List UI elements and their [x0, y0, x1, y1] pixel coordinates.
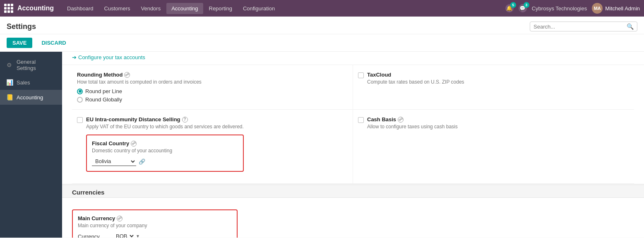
navbar-right: 🔔 5 💬 3 Cybrosys Technologies MA Mitchel…	[505, 3, 640, 14]
message-count: 3	[524, 2, 529, 8]
chart-icon: 📊	[6, 79, 13, 86]
currency-row: Currency BOB USD EUR ▼	[78, 232, 232, 238]
user-menu[interactable]: MA Mitchell Admin	[592, 3, 640, 14]
navbar: Accounting Dashboard Customers Vendors A…	[0, 0, 644, 17]
settings-header: Settings 🔍	[0, 17, 644, 34]
currencies-section-title: Currencies	[72, 189, 104, 196]
round-per-line-radio[interactable]	[77, 89, 83, 94]
action-bar: SAVE DISCARD	[0, 34, 644, 52]
nav-dashboard[interactable]: Dashboard	[62, 3, 99, 14]
round-globally-radio[interactable]	[77, 97, 83, 103]
sidebar-label-sales: Sales	[17, 79, 30, 86]
message-bubble[interactable]: 💬 3	[519, 4, 527, 12]
user-name: Mitchell Admin	[605, 5, 640, 12]
main-currency-label: Main Currency ☍	[78, 215, 232, 221]
main-currency-info-icon[interactable]: ☍	[117, 216, 123, 221]
cash-basis-label: Cash Basis ☍	[367, 116, 458, 123]
rounding-info-icon[interactable]: ☍	[124, 72, 130, 78]
nav-reporting[interactable]: Reporting	[204, 3, 237, 14]
fiscal-country-select[interactable]: Bolivia United States Germany	[92, 157, 136, 166]
round-globally-label: Round Globally	[85, 96, 122, 103]
taxcloud-label: TaxCloud	[367, 72, 464, 78]
eu-intra-label: EU Intra-community Distance Selling ?	[86, 116, 244, 123]
book-icon: 📒	[6, 94, 13, 101]
eu-intra-cell: EU Intra-community Distance Selling ? Ap…	[72, 110, 353, 184]
rounding-method-cell: Rounding Method ☍ How total tax amount i…	[72, 65, 353, 110]
cash-basis-checkbox[interactable]	[358, 117, 364, 123]
navbar-menu: Dashboard Customers Vendors Accounting R…	[62, 3, 505, 14]
rounding-method-desc: How total tax amount is computed in orde…	[77, 79, 348, 85]
settings-grid: Rounding Method ☍ How total tax amount i…	[62, 65, 644, 184]
sidebar-item-general[interactable]: ⚙ General Settings	[0, 55, 62, 75]
main-currency-desc: Main currency of your company	[78, 223, 232, 228]
nav-configuration[interactable]: Configuration	[238, 3, 280, 14]
sidebar-item-sales[interactable]: 📊 Sales	[0, 75, 62, 90]
taxcloud-cell: TaxCloud Compute tax rates based on U.S.…	[353, 65, 634, 110]
fiscal-select-wrap: Bolivia United States Germany 🔗	[92, 157, 238, 166]
fiscal-external-link-icon[interactable]: 🔗	[139, 159, 145, 165]
eu-intra-content: EU Intra-community Distance Selling ? Ap…	[86, 116, 244, 177]
notification-count: 5	[510, 2, 516, 8]
arrow-right-icon: ➔	[72, 54, 77, 60]
taxcloud-desc: Compute tax rates based on U.S. ZIP code…	[367, 79, 464, 85]
search-bar[interactable]: 🔍	[530, 22, 637, 31]
sidebar-item-accounting[interactable]: 📒 Accounting	[0, 90, 62, 105]
rounding-method-label: Rounding Method ☍	[77, 72, 348, 78]
grid-menu-icon[interactable]	[4, 4, 13, 13]
rounding-radio-group: Round per Line Round Globally	[77, 88, 348, 103]
currencies-content: Main Currency ☍ Main currency of your co…	[62, 198, 644, 238]
cash-basis-content: Cash Basis ☍ Allow to configure taxes us…	[367, 116, 458, 133]
round-per-line-label: Round per Line	[85, 88, 122, 94]
round-per-line-option[interactable]: Round per Line	[77, 88, 348, 94]
taxcloud-checkbox[interactable]	[358, 72, 364, 78]
round-globally-option[interactable]: Round Globally	[77, 96, 348, 103]
content-area: ➔ Configure your tax accounts Rounding M…	[62, 52, 644, 238]
eu-intra-info-icon[interactable]: ?	[182, 117, 188, 123]
currency-field-label: Currency	[78, 233, 107, 238]
save-button[interactable]: SAVE	[7, 38, 32, 48]
taxcloud-content: TaxCloud Compute tax rates based on U.S.…	[367, 72, 464, 88]
search-icon: 🔍	[627, 23, 634, 30]
app-name: Accounting	[17, 5, 54, 12]
currency-select[interactable]: BOB USD EUR	[113, 232, 135, 238]
fiscal-country-label: Fiscal Country ☍	[92, 140, 238, 147]
page-title: Settings	[7, 22, 36, 31]
fiscal-country-desc: Domestic country of your accounting	[92, 148, 238, 154]
currency-chevron-icon: ▼	[136, 234, 140, 238]
sidebar-label-general: General Settings	[17, 59, 56, 71]
cash-basis-cell: Cash Basis ☍ Allow to configure taxes us…	[353, 110, 634, 184]
cash-basis-info-icon[interactable]: ☍	[398, 117, 404, 123]
fiscal-country-info-icon[interactable]: ☍	[131, 141, 137, 147]
main-currency-box: Main Currency ☍ Main currency of your co…	[72, 209, 238, 238]
sidebar: ⚙ General Settings 📊 Sales 📒 Accounting	[0, 52, 62, 238]
main-layout: ⚙ General Settings 📊 Sales 📒 Accounting …	[0, 52, 644, 238]
gear-icon: ⚙	[6, 61, 13, 69]
nav-customers[interactable]: Customers	[99, 3, 135, 14]
discard-button[interactable]: DISCARD	[36, 38, 72, 48]
currency-select-wrap: BOB USD EUR ▼	[113, 232, 140, 238]
configure-tax-row: ➔ Configure your tax accounts	[62, 52, 644, 65]
eu-intra-checkbox[interactable]	[77, 117, 83, 123]
configure-tax-link[interactable]: ➔ Configure your tax accounts	[72, 54, 145, 60]
cash-basis-desc: Allow to configure taxes using cash basi…	[367, 124, 458, 130]
user-avatar: MA	[592, 3, 603, 14]
eu-intra-desc: Apply VAT of the EU country to which goo…	[86, 124, 244, 130]
company-name: Cybrosys Technologies	[532, 5, 587, 12]
nav-accounting[interactable]: Accounting	[166, 3, 203, 14]
search-input[interactable]	[533, 24, 627, 30]
nav-vendors[interactable]: Vendors	[136, 3, 166, 14]
sidebar-label-accounting: Accounting	[17, 94, 43, 101]
notification-bell[interactable]: 🔔 5	[505, 4, 514, 12]
fiscal-country-box: Fiscal Country ☍ Domestic country of you…	[86, 135, 244, 172]
